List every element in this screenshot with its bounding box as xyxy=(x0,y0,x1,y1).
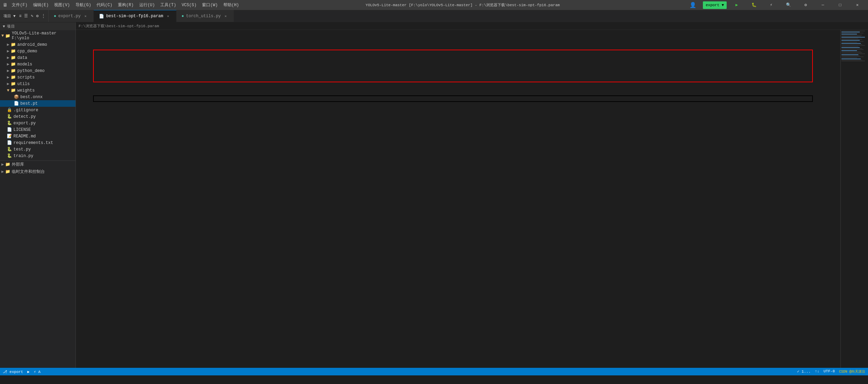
menu-run[interactable]: 运行(U) xyxy=(138,1,157,9)
folder-label-utils: utils xyxy=(17,82,30,86)
sidebar-icon-3[interactable]: ✎ xyxy=(30,13,34,19)
sidebar-item-requirements[interactable]: 📄 requirements.txt xyxy=(0,139,75,146)
sidebar-item-detect[interactable]: 🐍 detect.py xyxy=(0,113,75,120)
status-checkmark: ✓ 1... xyxy=(797,369,811,374)
menu-view[interactable]: 视图(V) xyxy=(53,1,71,9)
sidebar-icon-2[interactable]: ☰ xyxy=(23,13,29,19)
sidebar-item-readme[interactable]: 📝 README.md xyxy=(0,133,75,139)
tree-root[interactable]: ▼ 📁 YOLOv5-Lite-master F:\yolo xyxy=(0,30,75,41)
sidebar-item-best-pt[interactable]: 📄 best.pt xyxy=(0,100,75,107)
sidebar-item-cpp[interactable]: ▶ 📁 cpp_demo xyxy=(0,48,75,54)
status-encoding[interactable]: UTF-8 xyxy=(824,369,835,374)
menu-edit[interactable]: 编辑(E) xyxy=(32,1,50,9)
sidebar-item-data[interactable]: ▶ 📁 data xyxy=(0,54,75,61)
menu-window[interactable]: 窗口(W) xyxy=(201,1,219,9)
folder-icon-py: 📁 xyxy=(11,68,16,73)
profile-button[interactable]: ⚡ xyxy=(763,0,779,10)
tab-torch-utils[interactable]: ● torch_utils.py ✕ xyxy=(176,10,234,22)
sidebar-item-scripts[interactable]: ▶ 📁 scripts xyxy=(0,74,75,81)
code-content[interactable] xyxy=(93,30,840,368)
menu-file[interactable]: 文件(F) xyxy=(10,1,29,9)
red-highlight-box xyxy=(93,50,813,82)
folder-icon-utils: 📁 xyxy=(11,81,16,86)
menu-nav[interactable]: 导航(G) xyxy=(74,1,93,9)
status-right: ✓ 1... ↑↓ UTF-8 CSDN @向天涯注 xyxy=(797,369,865,374)
folder-arrow-utils: ▶ xyxy=(7,81,9,86)
root-folder-icon: 📁 xyxy=(5,33,10,39)
sidebar-item-android[interactable]: ▶ 📁 android_demo xyxy=(0,41,75,48)
sidebar-item-temp-files[interactable]: ▶ 📁 临时文件和控制台 xyxy=(0,168,75,175)
status-indicators: ⚡ A xyxy=(34,370,41,374)
breadcrumb-path: F:\浏览器下载\best-sim-opt-fp16.param xyxy=(79,23,159,29)
folder-label-py: python_demo xyxy=(17,69,44,73)
file-icon-readme: 📝 xyxy=(7,134,12,139)
debug-button[interactable]: 🐛 xyxy=(746,0,762,10)
sidebar-item-models[interactable]: ▶ 📁 models xyxy=(0,61,75,68)
close-button[interactable]: ✕ xyxy=(849,0,865,10)
status-git-branch[interactable]: ⎇ export xyxy=(3,370,23,374)
folder-icon-models: 📁 xyxy=(11,62,16,67)
tab-param[interactable]: 📄 best-sim-opt-fp16.param ✕ xyxy=(94,10,176,22)
tab-close-torch[interactable]: ✕ xyxy=(223,13,229,19)
file-icon-pt: 📄 xyxy=(14,101,19,106)
code-view[interactable] xyxy=(76,30,868,368)
sidebar-item-external-libs[interactable]: ▶ 📁 外部库 xyxy=(0,161,75,168)
status-run[interactable]: ▶ xyxy=(27,370,30,374)
folder-label-data: data xyxy=(17,55,27,60)
breadcrumb: F:\浏览器下载\best-sim-opt-fp16.param xyxy=(76,22,868,30)
export-button[interactable]: export ▼ xyxy=(703,1,727,9)
folder-arrow-data: ▶ xyxy=(7,55,9,60)
file-icon-export: 🐍 xyxy=(7,121,12,126)
temp-files-label: 临时文件和控制台 xyxy=(12,169,45,175)
file-label-pt: best.pt xyxy=(20,101,38,106)
sidebar-icon-1[interactable]: ≡ xyxy=(18,13,22,19)
tab-close-export[interactable]: ✕ xyxy=(83,13,88,19)
folder-label-weights: weights xyxy=(17,88,34,93)
folder-label: android_demo xyxy=(17,42,47,47)
folder-label-scripts: scripts xyxy=(17,75,34,80)
user-icon[interactable]: 👤 xyxy=(685,0,701,10)
folder-arrow-cpp: ▶ xyxy=(7,49,9,54)
sidebar-item-export[interactable]: 🐍 export.py xyxy=(0,120,75,126)
folder-icon-cpp: 📁 xyxy=(11,49,16,54)
folder-icon-weights: 📁 xyxy=(11,88,16,93)
window-controls: 👤 export ▼ ▶ 🐛 ⚡ 🔍 ⚙ ─ □ ✕ xyxy=(685,0,865,10)
folder-label-cpp: cpp_demo xyxy=(17,49,37,54)
sidebar-item-license[interactable]: 📄 LICENSE xyxy=(0,126,75,133)
maximize-button[interactable]: □ xyxy=(832,0,848,10)
app-icon: 🖥 xyxy=(3,2,8,8)
menu-vcs[interactable]: VCS(S) xyxy=(180,2,198,8)
sidebar-item-utils[interactable]: ▶ 📁 utils xyxy=(0,81,75,87)
sidebar-item-gitignore[interactable]: 🔒 .gitignore xyxy=(0,107,75,113)
file-label-test: test.py xyxy=(13,147,31,152)
sidebar-icon-4[interactable]: ⚙ xyxy=(36,13,39,19)
tab-close-param[interactable]: ✕ xyxy=(165,13,171,19)
sidebar-item-weights[interactable]: ▼ 📁 weights xyxy=(0,87,75,94)
root-label: YOLOv5-Lite-master F:\yolo xyxy=(12,31,75,41)
file-label-detect: detect.py xyxy=(13,114,36,119)
search-button[interactable]: 🔍 xyxy=(780,0,796,10)
title-text: YOLOv5-Lite-master [F:\yolo\YOLOv5-Lite-… xyxy=(243,2,682,8)
run-button[interactable]: ▶ xyxy=(729,0,745,10)
section-label: 项目 xyxy=(7,24,15,29)
folder-arrow-models: ▶ xyxy=(7,62,9,67)
menu-refactor[interactable]: 重构(R) xyxy=(117,1,135,9)
folder-label-models: models xyxy=(17,62,32,67)
sidebar: ▼ 项目 ▼ 📁 YOLOv5-Lite-master F:\yolo ▶ 📁 … xyxy=(0,22,76,368)
sidebar-project-label[interactable]: 项目 ▼ xyxy=(2,13,17,19)
sidebar-item-train[interactable]: 🐍 train.py xyxy=(0,153,75,159)
sidebar-item-best-onnx[interactable]: 📦 best.onnx xyxy=(0,94,75,100)
root-arrow: ▼ xyxy=(1,33,4,38)
minimize-button[interactable]: ─ xyxy=(815,0,831,10)
menu-tools[interactable]: 工具(T) xyxy=(159,1,178,9)
sidebar-icon-5[interactable]: ⋮ xyxy=(41,13,46,19)
sidebar-item-python-demo[interactable]: ▶ 📁 python_demo xyxy=(0,68,75,74)
sidebar-section-title[interactable]: ▼ 项目 xyxy=(0,22,75,30)
file-label-req: requirements.txt xyxy=(13,141,53,145)
tab-export-py[interactable]: ● export.py ✕ xyxy=(49,10,94,22)
sidebar-item-test[interactable]: 🐍 test.py xyxy=(0,146,75,153)
menu-code[interactable]: 代码(C) xyxy=(95,1,114,9)
settings-button[interactable]: ⚙ xyxy=(798,0,814,10)
file-icon-detect: 🐍 xyxy=(7,114,12,119)
menu-help[interactable]: 帮助(H) xyxy=(222,1,241,9)
